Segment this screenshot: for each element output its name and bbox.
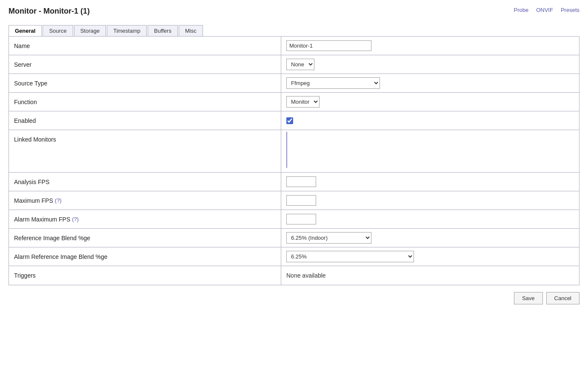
value-max-fps <box>281 191 579 210</box>
alarm-ref-blend-select[interactable]: 6.25% 12.5% 25% 50% <box>286 251 414 262</box>
server-select[interactable]: None <box>286 59 314 70</box>
button-row: Save Cancel <box>9 292 579 304</box>
label-analysis-fps: Analysis FPS <box>9 173 281 191</box>
source-type-select[interactable]: Ffmpeg Local Remote RTSP cURL <box>286 77 380 89</box>
row-linked-monitors: Linked Monitors <box>9 130 579 173</box>
row-alarm-max-fps: Alarm Maximum FPS (?) <box>9 210 579 229</box>
row-alarm-ref-blend: Alarm Reference Image Blend %ge 6.25% 12… <box>9 247 579 266</box>
alarm-max-fps-help-link[interactable]: (?) <box>72 216 79 222</box>
label-source-type: Source Type <box>9 74 281 92</box>
value-linked-monitors <box>281 130 579 172</box>
presets-link[interactable]: Presets <box>561 7 579 13</box>
max-fps-help-link[interactable]: (?) <box>55 197 62 204</box>
row-server: Server None <box>9 55 579 74</box>
row-name: Name <box>9 37 579 55</box>
alarm-max-fps-input[interactable] <box>286 214 316 224</box>
ref-blend-select[interactable]: 6.25% (Indoor) 12.5% 25% 50% <box>286 232 371 244</box>
triggers-value: None available <box>286 272 326 279</box>
value-triggers: None available <box>281 266 579 285</box>
value-server: None <box>281 55 579 74</box>
row-function: Function None Monitor Modect Record Moco… <box>9 93 579 111</box>
name-input[interactable] <box>286 40 371 51</box>
value-analysis-fps <box>281 173 579 191</box>
value-name <box>281 37 579 55</box>
row-enabled: Enabled <box>9 111 579 130</box>
row-ref-blend: Reference Image Blend %ge 6.25% (Indoor)… <box>9 229 579 247</box>
label-linked-monitors: Linked Monitors <box>9 130 281 172</box>
row-analysis-fps: Analysis FPS <box>9 173 579 191</box>
value-ref-blend: 6.25% (Indoor) 12.5% 25% 50% <box>281 229 579 247</box>
tab-misc[interactable]: Misc <box>179 25 203 36</box>
row-triggers: Triggers None available <box>9 266 579 285</box>
top-links: Probe ONVIF Presets <box>514 7 579 13</box>
label-alarm-ref-blend: Alarm Reference Image Blend %ge <box>9 247 281 266</box>
onvif-link[interactable]: ONVIF <box>536 7 553 13</box>
tab-bar: General Source Storage Timestamp Buffers… <box>9 25 579 36</box>
tab-timestamp[interactable]: Timestamp <box>107 25 147 36</box>
form-container: Name Server None Source Type Ffmpeg Loca… <box>9 36 579 285</box>
label-alarm-max-fps: Alarm Maximum FPS (?) <box>9 210 281 228</box>
tab-buffers[interactable]: Buffers <box>148 25 178 36</box>
row-max-fps: Maximum FPS (?) <box>9 191 579 210</box>
tab-storage[interactable]: Storage <box>74 25 106 36</box>
probe-link[interactable]: Probe <box>514 7 528 13</box>
label-max-fps: Maximum FPS (?) <box>9 191 281 210</box>
label-enabled: Enabled <box>9 111 281 130</box>
tab-general[interactable]: General <box>9 25 42 36</box>
analysis-fps-input[interactable] <box>286 176 316 187</box>
page-title: Monitor - Monitor-1 (1) <box>9 7 90 16</box>
max-fps-input[interactable] <box>286 195 316 206</box>
label-ref-blend: Reference Image Blend %ge <box>9 229 281 247</box>
value-function: None Monitor Modect Record Mocord Nodect <box>281 93 579 111</box>
tab-source[interactable]: Source <box>43 25 73 36</box>
label-server: Server <box>9 55 281 74</box>
value-enabled <box>281 111 579 130</box>
label-function: Function <box>9 93 281 111</box>
label-triggers: Triggers <box>9 266 281 285</box>
save-button[interactable]: Save <box>514 292 543 304</box>
cancel-button[interactable]: Cancel <box>546 292 579 304</box>
value-alarm-ref-blend: 6.25% 12.5% 25% 50% <box>281 247 579 266</box>
label-name: Name <box>9 37 281 55</box>
row-source-type: Source Type Ffmpeg Local Remote RTSP cUR… <box>9 74 579 93</box>
value-alarm-max-fps <box>281 210 579 228</box>
enabled-checkbox[interactable] <box>286 117 293 124</box>
function-select[interactable]: None Monitor Modect Record Mocord Nodect <box>286 96 320 108</box>
value-source-type: Ffmpeg Local Remote RTSP cURL <box>281 74 579 92</box>
